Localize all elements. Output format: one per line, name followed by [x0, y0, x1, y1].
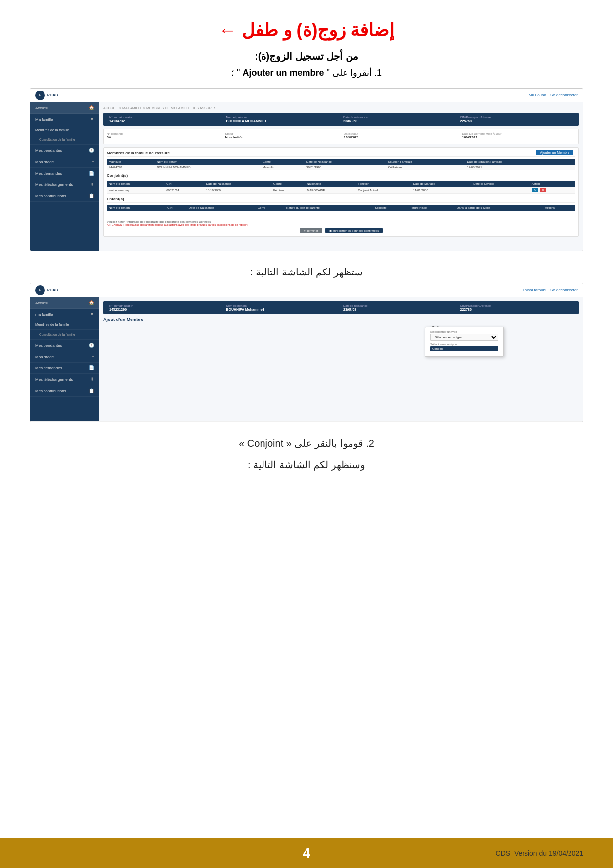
info-label-matricule: N° Immatriculation	[109, 116, 222, 119]
sidebar-item-consultation[interactable]: Consultation de la famille	[30, 135, 99, 145]
sidebar-item-drade[interactable]: Mon drade +	[30, 156, 99, 168]
assure-table: Matricule Nom et Prénom Genre Date de Na…	[107, 159, 575, 170]
assure-th-date-situation: Date de Situation Familiale	[465, 159, 575, 165]
sidebar-label-drade: Mon drade	[35, 160, 54, 164]
sidebar2-item-accueil[interactable]: Accueil 🏠	[30, 297, 99, 309]
step2-label: Conjoint	[247, 438, 283, 449]
conj-td-genre: Féminin	[271, 187, 305, 194]
conj-td-divorce	[471, 187, 530, 194]
enfant-th-genre: Genre	[256, 205, 284, 211]
footer-version: CDS_Version du 19/04/2021	[496, 849, 583, 857]
app2-top-actions: Faisal farouhi Se déconnecter	[523, 288, 578, 292]
sidebar2-item-pendantes[interactable]: Mes pendantes 🕐	[30, 340, 99, 351]
app2-logo-icon: R	[35, 285, 45, 295]
info-value-nom: BOUHNIFA MOHAMMED	[226, 119, 340, 123]
ajouter-membre-button[interactable]: Ajouter un Membre	[536, 150, 573, 155]
info-col-naissance: Date de naissance 23/07 /68	[341, 115, 458, 124]
assure-td-nom: BOUHNIFA MOHAMMED	[155, 165, 261, 170]
info-col-cin: CIN/Passeport/Adresse 225768	[458, 115, 575, 124]
edit-button[interactable]: ✎	[532, 188, 538, 192]
delete-button[interactable]: ✕	[540, 188, 546, 192]
step1-number: 1.	[372, 68, 382, 78]
step1-quote-close: "	[234, 68, 240, 78]
sidebar2-item-famille[interactable]: ma famille ▼	[30, 309, 99, 320]
sidebar-item-pendantes[interactable]: Mes pendantes 🕐	[30, 145, 99, 156]
conj-th-nom: Nom et Prénom	[107, 181, 164, 187]
demand-num-group: N° demande 34	[107, 132, 220, 139]
sidebar2-item-demandes[interactable]: Mes demandes 📄	[30, 363, 99, 374]
conj-th-action: Action	[530, 181, 575, 187]
app1-sidebar: Accueil 🏠 Ma famille ▼ Membres de la fam…	[30, 102, 99, 251]
conj-th-cin: CIN	[164, 181, 204, 187]
app1-logo-icon: R	[35, 91, 45, 100]
sidebar-item-demandes[interactable]: Mes demandes 📄	[30, 168, 99, 179]
step1-prefix: أنقروا على	[332, 68, 372, 78]
demand-row: N° demande 34 Statut Non traitée Date St…	[107, 132, 575, 139]
demand-section: N° demande 34 Statut Non traitée Date St…	[103, 129, 579, 144]
sidebar2-item-telechargements[interactable]: Mes téléchargements ⬇	[30, 374, 99, 385]
demand-num-label: N° demande	[107, 132, 220, 135]
info2-value-matricule: 145231290	[109, 308, 222, 311]
table-row: 44424738 BOUHNIFA MOHAMMED Masculin 30/0…	[107, 165, 575, 170]
sidebar2-label-drade: Mon drade	[35, 355, 54, 359]
step2-number: 2.	[366, 438, 374, 449]
sidebar2-item-membres[interactable]: Membres de la famille	[30, 320, 99, 330]
enfant-th-cin: CIN	[165, 205, 186, 211]
modal-label2: Sélectionner un type	[430, 343, 498, 346]
conj-th-divorce: Date de Divorce	[471, 181, 530, 187]
family-section-title: Membres de la famille de l'assuré	[107, 151, 575, 157]
screenshot2: R RCAR Faisal farouhi Se déconnecter Acc…	[30, 283, 583, 422]
info2-col-nom: Nom et prénom BOUHNIFA Mohammed	[224, 303, 342, 312]
info2-label-naissance: Date de naissance	[343, 304, 456, 307]
info2-value-cin: 222786	[460, 308, 573, 311]
assure-td-date-sit: 12/08/2021	[465, 165, 575, 170]
enfant-table: Nom et Prénom CIN Date de Naissance Genr…	[107, 205, 575, 217]
sidebar-item-membres[interactable]: Membres de la famille	[30, 125, 99, 135]
demand-statut-label: Statut	[225, 132, 339, 135]
app2-topbar: R RCAR Faisal farouhi Se déconnecter	[30, 283, 583, 297]
sidebar2-label-telechargements: Mes téléchargements	[35, 377, 73, 382]
conj-th-nationalite: Nationalité	[305, 181, 356, 187]
table-row: amine amemay 60621714 18/10/1980 Féminin…	[107, 187, 575, 194]
save-button[interactable]: ◉ enregistrer les données confirmées	[325, 228, 383, 233]
conj-th-genre: Genre	[271, 181, 305, 187]
step2-main: قوموا بالنقر على «	[286, 438, 363, 449]
sidebar2-item-drade[interactable]: Mon drade +	[30, 351, 99, 363]
app1-logo-text: RCAR	[47, 93, 58, 97]
app1-logo: R RCAR	[35, 91, 58, 100]
sidebar2-item-consultation[interactable]: Consultation de la famille	[30, 330, 99, 340]
app2-disconnect[interactable]: Se déconnecter	[550, 288, 578, 292]
conj-td-nom: amine amemay	[107, 187, 164, 194]
enfant-th-actions: Actions	[543, 205, 575, 211]
sidebar-item-famille[interactable]: Ma famille ▼	[30, 114, 99, 125]
sidebar-label-demandes: Mes demandes	[35, 171, 62, 176]
demand-datestatut-value: 10/4/2021	[344, 136, 457, 139]
info2-value-nom: BOUHNIFA Mohammed	[226, 308, 340, 311]
modal-selected-value[interactable]: Conjoint	[430, 346, 498, 351]
modal-type-select[interactable]: Sélectionner un type Conjoint Enfant	[430, 334, 498, 341]
info2-label-cin: CIN/Passeport/Adresse	[460, 304, 573, 307]
conjoint-section-title: Conjoint(s)	[107, 173, 575, 179]
sidebar-item-telechargements[interactable]: Mes téléchargements ⬇	[30, 179, 99, 190]
step1-quote-open: "	[324, 68, 329, 78]
sidebar-item-contributions[interactable]: Mes contributions 📋	[30, 190, 99, 202]
app1-topbar: R RCAR Mil Fouad Se déconnecter	[30, 89, 583, 102]
app2-logo-text: RCAR	[47, 288, 58, 292]
conj-td-action: ✎ ✕	[530, 187, 575, 194]
sidebar-item-accueil[interactable]: Accueil 🏠	[30, 102, 99, 114]
info-value-matricule: 14134732	[109, 119, 222, 123]
info-col-matricule: N° Immatriculation 14134732	[107, 115, 224, 124]
info-col-nom: Nom et prénom BOUHNIFA MOHAMMED	[224, 115, 342, 124]
demand-datestatut-label: Date Statut	[344, 132, 457, 135]
return-button[interactable]: ↩ Terminer	[300, 228, 322, 233]
conj-td-naissance: 18/10/1980	[204, 187, 271, 194]
assure-th-situation: Situation Familiale	[386, 159, 465, 165]
sidebar2-label-accueil: Accueil	[35, 301, 48, 305]
enfant-th-scolarite: Scolarité	[373, 205, 409, 211]
app2-sidebar: Accueil 🏠 ma famille ▼ Membres de la fam…	[30, 297, 99, 421]
app1-disconnect[interactable]: Se déconnecter	[550, 93, 578, 97]
footer-buttons: ↩ Terminer ◉ enregistrer les données con…	[107, 228, 575, 233]
info-value-cin: 225768	[460, 119, 573, 123]
sidebar2-item-contributions[interactable]: Mes contributions 📋	[30, 385, 99, 397]
family-section: Membres de la famille de l'assuré Ajoute…	[103, 147, 579, 237]
